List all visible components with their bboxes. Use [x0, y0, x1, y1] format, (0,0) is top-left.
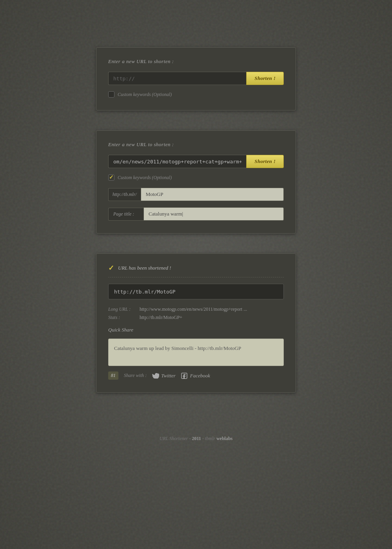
short-url-box[interactable]: http://tb.mlr/MotoGP	[108, 284, 284, 299]
url-input-2[interactable]	[108, 155, 246, 168]
share-text-box: Catalunya warm up lead by Simoncelli - h…	[108, 339, 284, 366]
input-row-1: Shorten !	[108, 72, 284, 85]
share-buttons: Twitter Facebook	[152, 373, 210, 379]
custom-keywords-label-2: Custom keywords (Optional)	[118, 175, 172, 181]
share-text: Catalunya warm up lead by Simoncelli - h…	[114, 344, 278, 352]
footer-sep2: -	[202, 436, 205, 441]
long-url-label: Long URL :	[108, 306, 140, 312]
facebook-label: Facebook	[190, 373, 210, 379]
url-prefix: http://tb.mlr/	[108, 188, 141, 201]
card2-title: Enter a new URL to shorten :	[108, 141, 284, 148]
shorten-button-2[interactable]: Shorten !	[246, 155, 284, 168]
success-checkmark-icon: ✓	[108, 265, 114, 272]
custom-keywords-checkbox-1[interactable]	[108, 91, 114, 98]
twitter-icon	[152, 373, 159, 379]
share-with-label: Share with :	[124, 373, 147, 379]
facebook-share-button[interactable]: Facebook	[181, 373, 210, 379]
shorten-button-1[interactable]: Shorten !	[246, 72, 284, 85]
extra-fields: http://tb.mlr/ Page title :	[108, 188, 284, 221]
page-title-label: Page title :	[108, 208, 143, 221]
keyword-input[interactable]	[141, 188, 284, 201]
stats-row: Stats : http://tb.mlr/MotoGP+	[108, 315, 284, 321]
stats-value: http://tb.mlr/MotoGP+	[140, 315, 182, 321]
footer-year: 2011	[192, 436, 201, 441]
quick-share-title: Quick Share	[108, 327, 284, 333]
input-row-2: Shorten !	[108, 155, 284, 168]
result-title: URL has been shortened !	[118, 265, 171, 271]
char-count: 81	[108, 371, 118, 380]
url-input-1[interactable]	[108, 72, 246, 85]
url-shortener-card-filled: Enter a new URL to shorten : Shorten ! ✓…	[96, 130, 296, 234]
facebook-icon	[181, 373, 188, 379]
twitter-share-button[interactable]: Twitter	[152, 373, 176, 379]
checkmark-icon: ✓	[109, 175, 114, 180]
footer-brand2: weblabs	[216, 436, 232, 441]
custom-keywords-row-2: ✓ Custom keywords (Optional)	[108, 174, 284, 181]
footer: URL Shortener - 2011 - tbmlr weblabs	[0, 424, 392, 457]
custom-keywords-row-1: Custom keywords (Optional)	[108, 91, 284, 98]
card1-title: Enter a new URL to shorten :	[108, 58, 284, 65]
stats-label: Stats :	[108, 315, 140, 321]
page-title-row: Page title :	[108, 207, 284, 221]
twitter-label: Twitter	[161, 373, 176, 379]
url-shortener-card-empty: Enter a new URL to shorten : Shorten ! C…	[96, 47, 296, 111]
page-title-input[interactable]	[143, 207, 284, 221]
long-url-row: Long URL : http://www.motogp.com/en/news…	[108, 306, 284, 312]
long-url-value: http://www.motogp.com/en/news/2011/motog…	[140, 306, 247, 312]
footer-brand1: tbmlr	[205, 436, 215, 441]
short-url-text: http://tb.mlr/MotoGP	[114, 289, 176, 295]
keyword-row: http://tb.mlr/	[108, 188, 284, 201]
result-card: ✓ URL has been shortened ! http://tb.mlr…	[96, 253, 296, 393]
custom-keywords-label-1: Custom keywords (Optional)	[118, 92, 172, 98]
share-actions: 81 Share with : Twitter	[108, 371, 284, 380]
footer-text1: URL Shortener	[160, 436, 188, 441]
custom-keywords-checkbox-2[interactable]: ✓	[108, 174, 114, 181]
footer-sep1: -	[189, 436, 192, 441]
result-header: ✓ URL has been shortened !	[108, 265, 284, 277]
